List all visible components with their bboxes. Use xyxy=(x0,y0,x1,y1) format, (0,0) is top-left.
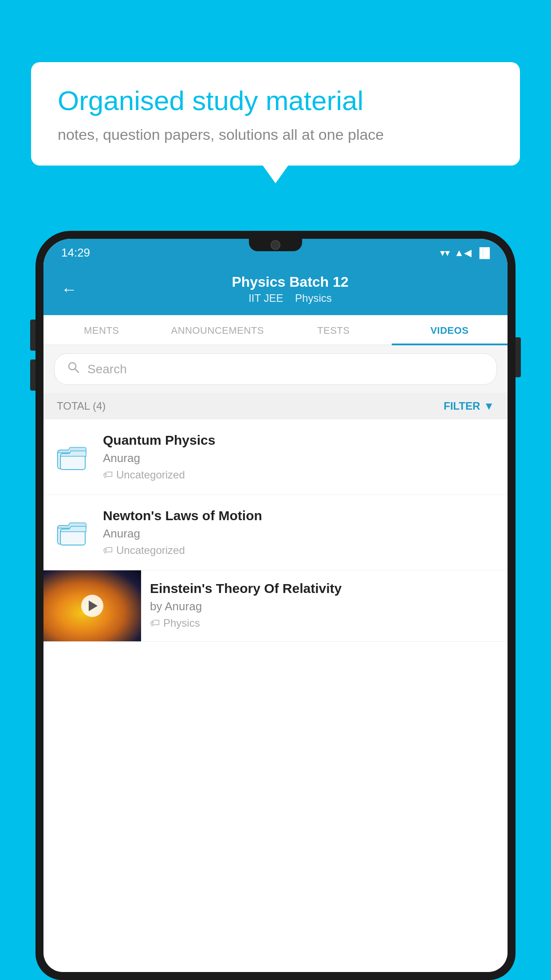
search-placeholder: Search xyxy=(87,362,127,376)
volume-up-button xyxy=(30,320,35,351)
tab-tests[interactable]: TESTS xyxy=(276,315,392,344)
video-title: Einstein's Theory Of Relativity xyxy=(150,581,499,596)
phone-frame: 14:29 ▾▾ ▲◀ ▐█ ← Physics Batch 12 IIT JE… xyxy=(35,231,516,980)
content-list: Quantum Physics Anurag 🏷 Uncategorized xyxy=(43,419,508,972)
video-author: by Anurag xyxy=(150,600,499,613)
header-title-block: Physics Batch 12 IIT JEE Physics xyxy=(91,274,490,304)
list-item[interactable]: Newton's Laws of Motion Anurag 🏷 Uncateg… xyxy=(43,495,508,570)
video-thumbnail xyxy=(43,570,141,641)
tab-ments[interactable]: MENTS xyxy=(43,315,160,344)
item-details: Quantum Physics Anurag 🏷 Uncategorized xyxy=(103,433,494,481)
tag-label: Uncategorized xyxy=(116,544,185,557)
signal-icon: ▲◀ xyxy=(454,247,472,259)
tab-announcements[interactable]: ANNOUNCEMENTS xyxy=(160,315,276,344)
power-button xyxy=(516,337,521,377)
header-subtitle: IIT JEE Physics xyxy=(91,292,490,304)
front-camera xyxy=(271,240,280,250)
status-time: 14:29 xyxy=(61,246,90,260)
tab-videos[interactable]: VIDEOS xyxy=(392,315,508,344)
video-list-item[interactable]: Einstein's Theory Of Relativity by Anura… xyxy=(43,570,508,642)
tabs-bar: MENTS ANNOUNCEMENTS TESTS VIDEOS xyxy=(43,315,508,345)
item-details: Newton's Laws of Motion Anurag 🏷 Uncateg… xyxy=(103,508,494,557)
status-icons: ▾▾ ▲◀ ▐█ xyxy=(440,247,490,259)
header-tag-physics: Physics xyxy=(295,292,332,304)
app-header: ← Physics Batch 12 IIT JEE Physics xyxy=(43,265,508,315)
item-title: Newton's Laws of Motion xyxy=(103,508,494,523)
filter-bar: TOTAL (4) FILTER ▼ xyxy=(43,393,508,419)
video-thumb-background xyxy=(43,570,141,641)
svg-line-1 xyxy=(75,369,79,372)
tag-icon: 🏷 xyxy=(150,617,160,629)
list-item[interactable]: Quantum Physics Anurag 🏷 Uncategorized xyxy=(43,419,508,495)
search-bar[interactable]: Search xyxy=(54,353,497,385)
item-icon-area xyxy=(57,444,92,470)
item-author: Anurag xyxy=(103,451,494,465)
folder-icon xyxy=(57,444,87,470)
search-icon xyxy=(67,361,80,377)
filter-funnel-icon: ▼ xyxy=(484,400,494,412)
header-title: Physics Batch 12 xyxy=(91,274,490,290)
back-button[interactable]: ← xyxy=(61,280,77,299)
phone-screen: 14:29 ▾▾ ▲◀ ▐█ ← Physics Batch 12 IIT JE… xyxy=(43,239,508,972)
phone-outer: 14:29 ▾▾ ▲◀ ▐█ ← Physics Batch 12 IIT JE… xyxy=(35,231,516,980)
item-title: Quantum Physics xyxy=(103,433,494,448)
play-triangle-icon xyxy=(89,601,98,611)
play-button[interactable] xyxy=(81,595,103,617)
video-details: Einstein's Theory Of Relativity by Anura… xyxy=(141,570,508,640)
tag-label: Physics xyxy=(163,617,200,629)
video-tag: 🏷 Physics xyxy=(150,617,499,629)
item-tag: 🏷 Uncategorized xyxy=(103,469,494,481)
item-author: Anurag xyxy=(103,527,494,541)
volume-down-button xyxy=(30,360,35,391)
tag-icon: 🏷 xyxy=(103,469,113,481)
tag-icon: 🏷 xyxy=(103,545,113,556)
header-tag-iitjee: IIT JEE xyxy=(248,292,283,304)
item-tag: 🏷 Uncategorized xyxy=(103,544,494,557)
speech-bubble: Organised study material notes, question… xyxy=(31,62,520,166)
tag-label: Uncategorized xyxy=(116,469,185,481)
folder-icon xyxy=(57,519,87,546)
filter-button[interactable]: FILTER ▼ xyxy=(444,400,494,412)
battery-icon: ▐█ xyxy=(476,247,490,259)
bubble-title: Organised study material xyxy=(58,84,493,117)
total-count: TOTAL (4) xyxy=(57,400,106,412)
speech-bubble-container: Organised study material notes, question… xyxy=(31,62,520,166)
filter-label: FILTER xyxy=(444,400,480,412)
bubble-subtitle: notes, question papers, solutions all at… xyxy=(58,126,493,143)
wifi-icon: ▾▾ xyxy=(440,247,450,259)
background: Organised study material notes, question… xyxy=(0,0,551,980)
item-icon-area xyxy=(57,519,92,546)
phone-notch xyxy=(249,239,302,251)
search-container: Search xyxy=(43,345,508,393)
